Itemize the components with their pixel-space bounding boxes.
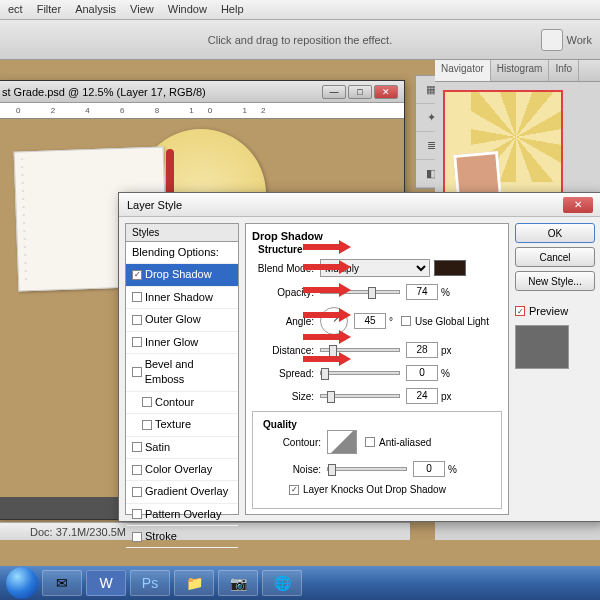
taskbar-item[interactable]: 🌐 xyxy=(262,570,302,596)
unit-label: % xyxy=(441,287,450,298)
menu-item[interactable]: Analysis xyxy=(75,3,116,16)
checkbox-icon[interactable] xyxy=(142,420,152,430)
taskbar-item[interactable]: 📷 xyxy=(218,570,258,596)
style-gradient-overlay[interactable]: Gradient Overlay xyxy=(126,481,238,503)
style-inner-shadow[interactable]: Inner Shadow xyxy=(126,287,238,309)
unit-label: % xyxy=(448,464,457,475)
checkbox-icon[interactable] xyxy=(132,442,142,452)
taskbar-item[interactable]: W xyxy=(86,570,126,596)
global-light-label: Use Global Light xyxy=(415,316,489,327)
taskbar-item[interactable]: 📁 xyxy=(174,570,214,596)
style-color-overlay[interactable]: Color Overlay xyxy=(126,459,238,481)
start-button[interactable] xyxy=(6,567,38,599)
section-title: Drop Shadow xyxy=(252,230,502,242)
checkbox-icon[interactable] xyxy=(132,532,142,542)
spread-value[interactable]: 0 xyxy=(406,365,438,381)
angle-row: Angle: 45 ° Use Global Light xyxy=(252,307,502,335)
spread-slider[interactable] xyxy=(320,371,400,375)
style-inner-glow[interactable]: Inner Glow xyxy=(126,332,238,354)
tab-info[interactable]: Info xyxy=(549,60,579,81)
windows-taskbar[interactable]: ✉ W Ps 📁 📷 🌐 xyxy=(0,566,600,600)
checkbox-icon[interactable] xyxy=(132,465,142,475)
checkbox-icon[interactable] xyxy=(132,292,142,302)
annotation-arrow-icon xyxy=(303,308,351,322)
structure-label: Structure xyxy=(258,244,502,255)
checkbox-icon[interactable] xyxy=(132,270,142,280)
workspace-label: Work xyxy=(567,34,592,46)
noise-value[interactable]: 0 xyxy=(413,461,445,477)
app-menubar: ect Filter Analysis View Window Help xyxy=(0,0,600,20)
styles-header[interactable]: Styles xyxy=(126,224,238,242)
annotation-arrow-icon xyxy=(303,352,351,366)
size-value[interactable]: 24 xyxy=(406,388,438,404)
menu-item[interactable]: Window xyxy=(168,3,207,16)
preview-checkbox[interactable] xyxy=(515,306,525,316)
contour-picker[interactable] xyxy=(327,430,357,454)
menu-item[interactable]: ect xyxy=(8,3,23,16)
cancel-button[interactable]: Cancel xyxy=(515,247,595,267)
opacity-value[interactable]: 74 xyxy=(406,284,438,300)
unit-label: ° xyxy=(389,316,393,327)
style-pattern-overlay[interactable]: Pattern Overlay xyxy=(126,504,238,526)
spread-row: Spread: 0 % xyxy=(252,365,502,381)
effect-settings: Drop Shadow Structure Blend Mode: Multip… xyxy=(245,223,509,515)
dialog-titlebar[interactable]: Layer Style ✕ xyxy=(119,193,600,217)
angle-value[interactable]: 45 xyxy=(354,313,386,329)
styles-list: Styles Blending Options: Drop Shadow Inn… xyxy=(125,223,239,515)
style-satin[interactable]: Satin xyxy=(126,437,238,459)
distance-value[interactable]: 28 xyxy=(406,342,438,358)
tab-navigator[interactable]: Navigator xyxy=(435,60,491,81)
screen-mode-icon[interactable] xyxy=(541,29,563,51)
unit-label: px xyxy=(441,391,452,402)
horizontal-ruler: 0 2 4 6 8 10 12 xyxy=(0,103,404,119)
checkbox-icon[interactable] xyxy=(132,509,142,519)
preview-toggle[interactable]: Preview xyxy=(515,305,595,317)
size-label: Size: xyxy=(252,391,320,402)
options-bar: Click and drag to reposition the effect.… xyxy=(0,20,600,60)
antialiased-checkbox[interactable] xyxy=(365,437,375,447)
checkbox-icon[interactable] xyxy=(132,487,142,497)
antialiased-label: Anti-aliased xyxy=(379,437,431,448)
checkbox-icon[interactable] xyxy=(132,315,142,325)
taskbar-item[interactable]: ✉ xyxy=(42,570,82,596)
doc-titlebar[interactable]: st Grade.psd @ 12.5% (Layer 17, RGB/8) —… xyxy=(0,81,404,103)
contour-label: Contour: xyxy=(259,437,327,448)
style-stroke[interactable]: Stroke xyxy=(126,526,238,548)
maximize-button[interactable]: □ xyxy=(348,85,372,99)
style-contour[interactable]: Contour xyxy=(126,392,238,414)
knockout-checkbox[interactable] xyxy=(289,485,299,495)
close-button[interactable]: ✕ xyxy=(374,85,398,99)
hint-text: Click and drag to reposition the effect. xyxy=(208,34,392,46)
annotation-arrow-icon xyxy=(303,240,351,254)
menu-item[interactable]: Filter xyxy=(37,3,61,16)
size-slider[interactable] xyxy=(320,394,400,398)
noise-slider[interactable] xyxy=(327,467,407,471)
minimize-button[interactable]: — xyxy=(322,85,346,99)
preview-label: Preview xyxy=(529,305,568,317)
dialog-buttons: OK Cancel New Style... Preview xyxy=(515,223,595,515)
unit-label: px xyxy=(441,345,452,356)
ok-button[interactable]: OK xyxy=(515,223,595,243)
checkbox-icon[interactable] xyxy=(142,397,152,407)
tab-histogram[interactable]: Histogram xyxy=(491,60,550,81)
quality-label: Quality xyxy=(259,419,301,430)
annotation-arrow-icon xyxy=(303,283,351,297)
checkbox-icon[interactable] xyxy=(132,337,142,347)
menu-item[interactable]: Help xyxy=(221,3,244,16)
dialog-close-button[interactable]: ✕ xyxy=(563,197,593,213)
style-texture[interactable]: Texture xyxy=(126,414,238,436)
style-drop-shadow[interactable]: Drop Shadow xyxy=(126,264,238,286)
annotation-arrow-icon xyxy=(303,260,351,274)
style-bevel-emboss[interactable]: Bevel and Emboss xyxy=(126,354,238,392)
checkbox-icon[interactable] xyxy=(132,367,142,377)
shadow-color-swatch[interactable] xyxy=(434,260,466,276)
menu-item[interactable]: View xyxy=(130,3,154,16)
style-outer-glow[interactable]: Outer Glow xyxy=(126,309,238,331)
new-style-button[interactable]: New Style... xyxy=(515,271,595,291)
workspace-switcher[interactable]: Work xyxy=(541,29,592,51)
preview-swatch xyxy=(515,325,569,369)
global-light-checkbox[interactable] xyxy=(401,316,411,326)
style-blending-options[interactable]: Blending Options: xyxy=(126,242,238,264)
dialog-title: Layer Style xyxy=(127,199,182,211)
taskbar-item[interactable]: Ps xyxy=(130,570,170,596)
